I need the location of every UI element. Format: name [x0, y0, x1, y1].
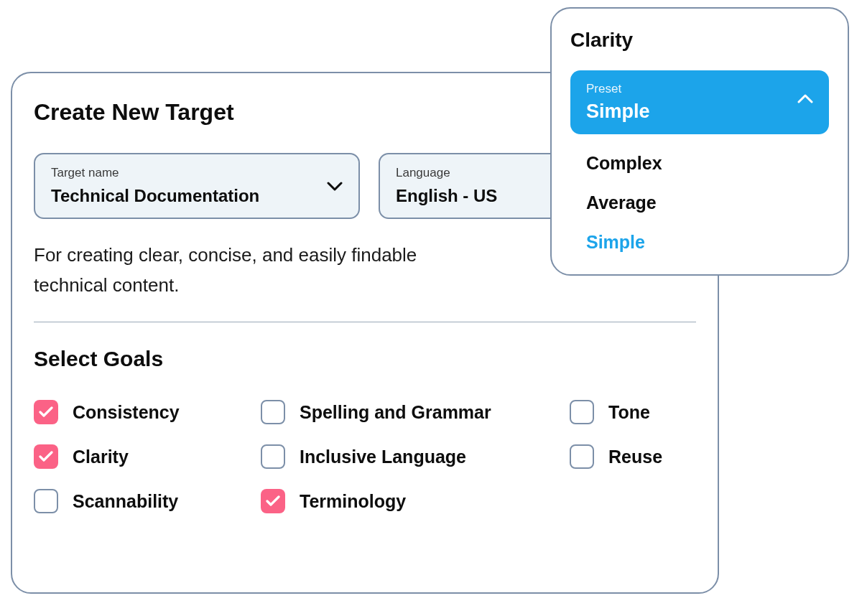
- checkbox-checked[interactable]: [34, 444, 58, 469]
- target-name-select[interactable]: Target name Technical Documentation: [34, 153, 360, 219]
- clarity-title: Clarity: [570, 29, 829, 52]
- checkbox-unchecked[interactable]: [261, 400, 285, 424]
- chevron-up-icon: [797, 93, 813, 106]
- goal-label: Consistency: [73, 402, 180, 423]
- goal-label: Spelling and Grammar: [300, 402, 491, 423]
- goals-title: Select Goals: [34, 347, 696, 371]
- checkbox-unchecked[interactable]: [570, 444, 594, 469]
- goal-item[interactable]: Reuse: [570, 444, 713, 469]
- goal-item[interactable]: Spelling and Grammar: [261, 400, 570, 424]
- language-value: English - US: [396, 186, 548, 206]
- checkbox-unchecked[interactable]: [261, 444, 285, 469]
- goals-grid: ConsistencySpelling and GrammarToneClari…: [34, 400, 696, 513]
- chevron-down-icon: [327, 182, 343, 195]
- target-name-label: Target name: [51, 166, 343, 180]
- goal-label: Clarity: [73, 447, 129, 467]
- target-name-value: Technical Documentation: [51, 186, 343, 206]
- clarity-panel: Clarity Preset Simple ComplexAverageSimp…: [550, 7, 849, 276]
- goal-item[interactable]: Clarity: [34, 444, 261, 469]
- language-select[interactable]: Language English - US: [379, 153, 565, 219]
- goal-item[interactable]: Terminology: [261, 489, 570, 513]
- goal-item[interactable]: Tone: [570, 400, 713, 424]
- preset-options-list: ComplexAverageSimple: [570, 153, 829, 253]
- preset-option[interactable]: Average: [586, 192, 829, 213]
- preset-select[interactable]: Preset Simple: [570, 70, 829, 134]
- checkbox-checked[interactable]: [261, 489, 285, 513]
- preset-option[interactable]: Complex: [586, 153, 829, 174]
- checkbox-unchecked[interactable]: [570, 400, 594, 424]
- language-label: Language: [396, 166, 548, 180]
- preset-value: Simple: [586, 101, 813, 123]
- goal-label: Terminology: [300, 491, 406, 512]
- checkbox-unchecked[interactable]: [34, 489, 58, 513]
- goal-item[interactable]: Inclusive Language: [261, 444, 570, 469]
- goal-label: Inclusive Language: [300, 447, 466, 467]
- goal-label: Reuse: [608, 447, 662, 467]
- checkbox-checked[interactable]: [34, 400, 58, 424]
- goal-label: Scannability: [73, 491, 178, 512]
- goal-item[interactable]: Scannability: [34, 489, 261, 513]
- preset-option[interactable]: Simple: [586, 232, 829, 253]
- preset-label: Preset: [586, 82, 813, 96]
- goal-label: Tone: [608, 402, 650, 423]
- target-description: For creating clear, concise, and easily …: [34, 241, 479, 300]
- goal-item[interactable]: Consistency: [34, 400, 261, 424]
- section-divider: [34, 322, 696, 322]
